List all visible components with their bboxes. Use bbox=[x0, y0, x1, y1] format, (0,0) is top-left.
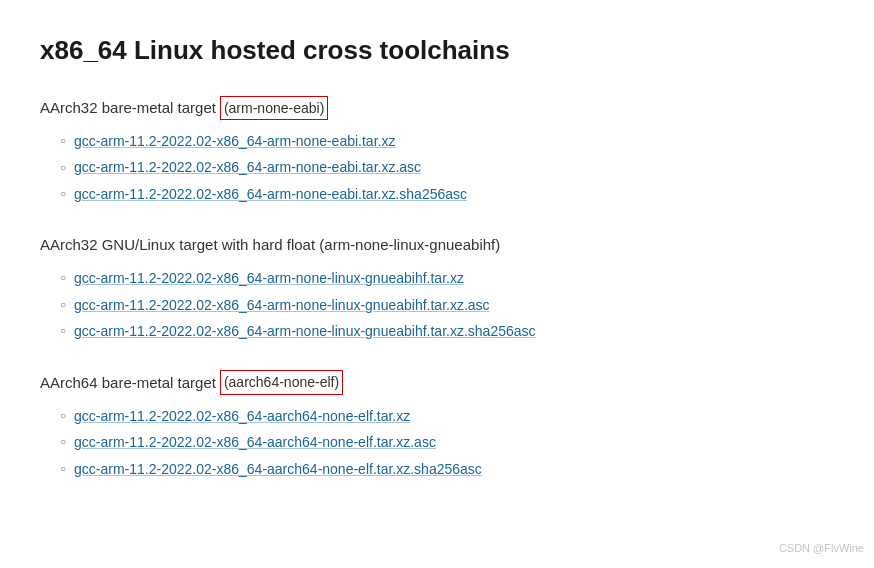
list-item: gcc-arm-11.2-2022.02-x86_64-arm-none-lin… bbox=[60, 294, 834, 316]
file-link[interactable]: gcc-arm-11.2-2022.02-x86_64-arm-none-eab… bbox=[74, 183, 467, 205]
section-aarch64-bare-metal: AArch64 bare-metal target (aarch64-none-… bbox=[40, 370, 834, 480]
heading-prefix: AArch32 GNU/Linux target with hard float… bbox=[40, 233, 500, 257]
page-title: x86_64 Linux hosted cross toolchains bbox=[40, 30, 834, 72]
section-heading-aarch32-gnu-linux: AArch32 GNU/Linux target with hard float… bbox=[40, 233, 834, 257]
heading-highlight: (arm-none-eabi) bbox=[220, 96, 328, 120]
file-list-aarch32-gnu-linux: gcc-arm-11.2-2022.02-x86_64-arm-none-lin… bbox=[40, 267, 834, 342]
list-item: gcc-arm-11.2-2022.02-x86_64-aarch64-none… bbox=[60, 405, 834, 427]
section-aarch32-gnu-linux: AArch32 GNU/Linux target with hard float… bbox=[40, 233, 834, 342]
list-item: gcc-arm-11.2-2022.02-x86_64-arm-none-eab… bbox=[60, 130, 834, 152]
heading-prefix: AArch64 bare-metal target bbox=[40, 371, 216, 395]
file-link[interactable]: gcc-arm-11.2-2022.02-x86_64-arm-none-lin… bbox=[74, 267, 464, 289]
list-item: gcc-arm-11.2-2022.02-x86_64-arm-none-eab… bbox=[60, 183, 834, 205]
file-link[interactable]: gcc-arm-11.2-2022.02-x86_64-aarch64-none… bbox=[74, 458, 482, 480]
section-aarch32-bare-metal: AArch32 bare-metal target (arm-none-eabi… bbox=[40, 96, 834, 206]
heading-highlight: (aarch64-none-elf) bbox=[220, 370, 343, 394]
file-link[interactable]: gcc-arm-11.2-2022.02-x86_64-arm-none-eab… bbox=[74, 156, 421, 178]
section-heading-aarch64-bare-metal: AArch64 bare-metal target (aarch64-none-… bbox=[40, 370, 834, 394]
file-link[interactable]: gcc-arm-11.2-2022.02-x86_64-arm-none-lin… bbox=[74, 294, 490, 316]
list-item: gcc-arm-11.2-2022.02-x86_64-arm-none-lin… bbox=[60, 267, 834, 289]
file-list-aarch64-bare-metal: gcc-arm-11.2-2022.02-x86_64-aarch64-none… bbox=[40, 405, 834, 480]
heading-prefix: AArch32 bare-metal target bbox=[40, 96, 216, 120]
section-heading-aarch32-bare-metal: AArch32 bare-metal target (arm-none-eabi… bbox=[40, 96, 834, 120]
list-item: gcc-arm-11.2-2022.02-x86_64-arm-none-lin… bbox=[60, 320, 834, 342]
file-link[interactable]: gcc-arm-11.2-2022.02-x86_64-aarch64-none… bbox=[74, 405, 410, 427]
watermark: CSDN @FlvWine bbox=[779, 540, 864, 558]
list-item: gcc-arm-11.2-2022.02-x86_64-aarch64-none… bbox=[60, 431, 834, 453]
file-list-aarch32-bare-metal: gcc-arm-11.2-2022.02-x86_64-arm-none-eab… bbox=[40, 130, 834, 205]
file-link[interactable]: gcc-arm-11.2-2022.02-x86_64-arm-none-eab… bbox=[74, 130, 395, 152]
file-link[interactable]: gcc-arm-11.2-2022.02-x86_64-aarch64-none… bbox=[74, 431, 436, 453]
list-item: gcc-arm-11.2-2022.02-x86_64-arm-none-eab… bbox=[60, 156, 834, 178]
list-item: gcc-arm-11.2-2022.02-x86_64-aarch64-none… bbox=[60, 458, 834, 480]
file-link[interactable]: gcc-arm-11.2-2022.02-x86_64-arm-none-lin… bbox=[74, 320, 535, 342]
